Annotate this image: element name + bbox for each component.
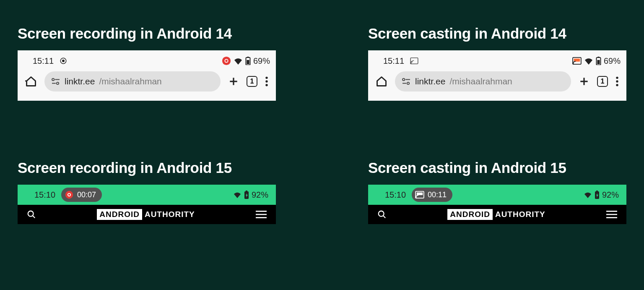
logo-word-2: AUTHORITY: [495, 210, 545, 219]
logo-word-1: ANDROID: [447, 209, 493, 220]
status-time: 15:10: [34, 190, 55, 200]
svg-point-27: [407, 82, 409, 84]
panel-title: Screen recording in Android 14: [18, 25, 276, 42]
svg-line-50: [383, 216, 386, 218]
svg-point-36: [68, 194, 70, 196]
url-domain: linktr.ee: [415, 76, 445, 86]
status-bar: 15:10 00:11 92%: [368, 185, 626, 205]
svg-point-4: [225, 60, 228, 62]
wifi-icon: [234, 57, 243, 65]
logo-word-2: AUTHORITY: [145, 210, 195, 219]
battery-icon: [244, 191, 249, 199]
url-path: /mishaalrahman: [99, 76, 161, 86]
more-menu-icon[interactable]: [265, 76, 268, 87]
battery-percent: 69%: [253, 56, 270, 66]
svg-point-25: [402, 78, 405, 81]
browser-toolbar: linktr.ee/mishaalrahman 1: [368, 68, 626, 91]
svg-point-39: [28, 211, 34, 217]
casting-chip[interactable]: 00:11: [412, 188, 452, 202]
tab-count[interactable]: 1: [597, 76, 608, 87]
svg-point-15: [265, 80, 267, 82]
svg-point-31: [616, 77, 618, 79]
site-header: ANDROID AUTHORITY: [18, 205, 276, 224]
svg-point-8: [52, 78, 54, 81]
battery-icon: [245, 57, 251, 65]
record-indicator-icon: [60, 57, 67, 65]
site-header: ANDROID AUTHORITY: [368, 205, 626, 224]
home-icon[interactable]: [25, 76, 37, 87]
search-icon[interactable]: [377, 210, 387, 219]
svg-point-18: [410, 63, 411, 64]
svg-point-14: [265, 77, 267, 79]
battery-percent: 92%: [252, 190, 268, 200]
cast-badge-icon: [572, 57, 582, 65]
svg-point-16: [265, 84, 267, 86]
site-settings-icon[interactable]: [402, 78, 411, 85]
battery-percent: 69%: [604, 56, 621, 66]
status-bar: 15:10 00:07 92%: [18, 185, 276, 205]
hamburger-menu-icon[interactable]: [256, 210, 267, 219]
cast-icon: [415, 191, 424, 199]
tab-count[interactable]: 1: [247, 76, 257, 87]
cast-indicator-icon: [410, 57, 418, 64]
recording-duration: 00:07: [77, 191, 96, 199]
hamburger-menu-icon[interactable]: [606, 210, 617, 219]
new-tab-icon[interactable]: [579, 76, 589, 87]
svg-point-32: [616, 80, 618, 82]
svg-rect-37: [246, 191, 247, 191]
record-icon: [65, 190, 74, 199]
status-bar: 15:11 69%: [18, 50, 276, 68]
wifi-icon: [233, 191, 242, 198]
status-bar: 15:11 69%: [368, 50, 626, 68]
search-icon[interactable]: [27, 210, 36, 219]
svg-rect-7: [247, 60, 249, 64]
panel-title: Screen casting in Android 14: [368, 25, 626, 42]
panel-title: Screen recording in Android 15: [18, 159, 276, 176]
svg-point-1: [62, 60, 65, 62]
battery-icon: [596, 57, 601, 65]
svg-line-40: [33, 216, 35, 218]
status-time: 15:10: [385, 190, 406, 200]
more-menu-icon[interactable]: [615, 76, 619, 87]
panel-casting-15: Screen casting in Android 15 15:10 00:11…: [368, 159, 626, 224]
wifi-icon: [584, 57, 593, 65]
status-time: 15:11: [383, 56, 404, 66]
svg-rect-45: [417, 193, 423, 195]
svg-point-33: [616, 84, 618, 86]
site-logo[interactable]: ANDROID AUTHORITY: [97, 209, 195, 220]
svg-rect-47: [596, 191, 598, 191]
browser-card: 15:11 69%: [18, 50, 276, 101]
battery-icon: [595, 191, 600, 199]
svg-point-21: [573, 63, 574, 64]
panel-casting-14: Screen casting in Android 14 15:11: [368, 25, 626, 101]
logo-word-1: ANDROID: [97, 209, 142, 220]
svg-rect-24: [597, 60, 600, 64]
home-icon[interactable]: [376, 76, 387, 87]
site-logo[interactable]: ANDROID AUTHORITY: [447, 209, 545, 220]
wifi-icon: [584, 191, 592, 198]
record-badge-icon: [222, 56, 231, 65]
url-bar[interactable]: linktr.ee/mishaalrahman: [44, 71, 221, 91]
new-tab-icon[interactable]: [228, 76, 239, 87]
svg-rect-17: [410, 58, 418, 64]
panel-recording-15: Screen recording in Android 15 15:10 00:…: [18, 159, 276, 224]
site-settings-icon[interactable]: [51, 78, 60, 85]
casting-duration: 00:11: [428, 191, 447, 199]
url-bar[interactable]: linktr.ee/mishaalrahman: [395, 71, 571, 91]
status-time: 15:11: [33, 56, 54, 66]
svg-point-46: [415, 197, 417, 198]
svg-point-10: [57, 82, 59, 84]
browser-toolbar: linktr.ee/mishaalrahman 1: [18, 68, 276, 91]
recording-chip[interactable]: 00:07: [61, 188, 102, 202]
url-path: /mishaalrahman: [449, 76, 512, 86]
panel-recording-14: Screen recording in Android 14 15:11: [18, 25, 276, 101]
panel-title: Screen casting in Android 15: [368, 159, 626, 176]
battery-percent: 92%: [602, 190, 619, 200]
url-domain: linktr.ee: [65, 76, 95, 86]
browser-card: 15:11 69%: [368, 50, 626, 101]
svg-point-49: [379, 211, 384, 217]
